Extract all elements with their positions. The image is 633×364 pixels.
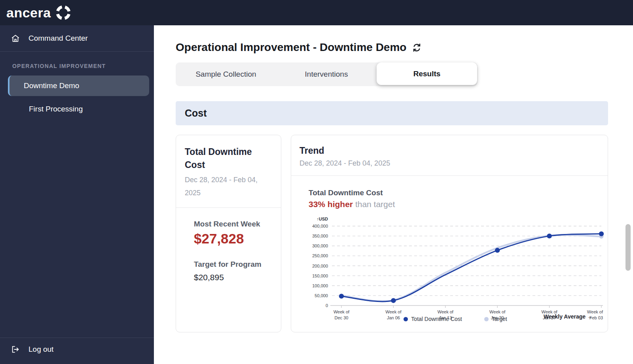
logout-button[interactable]: Log out	[0, 338, 154, 364]
svg-text:Week of: Week of	[385, 309, 402, 314]
app-window: ancera Command Center OPERATIONAL IMPROV…	[0, 0, 633, 364]
legend-item-target[interactable]: Target	[484, 316, 507, 322]
trend-card-header: Trend Dec 28, 2024 - Feb 04, 2025	[291, 135, 608, 175]
logout-icon	[11, 345, 20, 354]
main-content: Operational Improvement - Downtime Demo …	[154, 25, 633, 364]
sidebar-item-label: First Processing	[29, 105, 83, 113]
tab-sample-collection[interactable]: Sample Collection	[176, 62, 276, 86]
trend-chart-block: Total Downtime Cost 33% higher than targ…	[291, 176, 608, 324]
sidebar-section-label: OPERATIONAL IMPROVEMENT	[0, 52, 154, 74]
sidebar-item-command-center[interactable]: Command Center	[0, 25, 154, 51]
summary-card-title: Total Downtime Cost	[185, 145, 272, 172]
summary-card-header: Total Downtime Cost Dec 28, 2024 - Feb 0…	[176, 135, 281, 207]
legend-label: Target	[492, 316, 507, 322]
home-icon	[11, 34, 20, 43]
most-recent-week-value: $27,828	[194, 231, 274, 247]
sidebar-item-label: Command Center	[28, 34, 88, 43]
trend-line-chart[interactable]: 050,000100,000150,000200,000250,000300,0…	[309, 211, 603, 321]
sidebar-spacer	[0, 121, 154, 338]
chart-bottom-row: Total Downtime Cost Target Weekly Averag…	[309, 316, 602, 324]
legend-dot-actual	[404, 317, 408, 321]
tab-bar: Sample Collection Interventions Results	[176, 62, 478, 86]
sidebar-item-label: Downtime Demo	[24, 81, 79, 90]
svg-text:150,000: 150,000	[312, 273, 328, 278]
cost-section-header: Cost	[176, 101, 608, 125]
svg-text:250,000: 250,000	[312, 253, 328, 258]
top-bar: ancera	[0, 0, 633, 25]
sidebar: Command Center OPERATIONAL IMPROVEMENT D…	[0, 25, 154, 364]
page-title-row: Operational Improvement - Downtime Demo	[176, 41, 633, 54]
weekly-average-label: Weekly Average →	[544, 313, 593, 320]
svg-text:Week of: Week of	[438, 309, 454, 314]
svg-text:100,000: 100,000	[312, 283, 328, 288]
tab-interventions[interactable]: Interventions	[276, 62, 377, 86]
svg-text:50,000: 50,000	[315, 293, 328, 298]
cards-row: Total Downtime Cost Dec 28, 2024 - Feb 0…	[176, 135, 633, 332]
svg-text:0: 0	[326, 303, 328, 308]
refresh-icon[interactable]	[412, 43, 422, 53]
trend-card-title: Trend	[299, 145, 599, 156]
trend-card: Trend Dec 28, 2024 - Feb 04, 2025 Total …	[291, 135, 608, 332]
sidebar-item-downtime-demo[interactable]: Downtime Demo	[8, 75, 149, 96]
delta-highlight: 33% higher	[309, 200, 353, 209]
svg-text:Week of: Week of	[334, 309, 350, 314]
brand-logo: ancera	[6, 4, 72, 21]
cost-section-title: Cost	[185, 108, 207, 119]
tab-results[interactable]: Results	[377, 62, 477, 85]
svg-text:↑USD: ↑USD	[316, 217, 328, 221]
delta-rest: than target	[353, 200, 395, 209]
trend-card-date-range: Dec 28, 2024 - Feb 04, 2025	[299, 159, 599, 168]
svg-text:350,000: 350,000	[312, 234, 328, 238]
svg-text:Week of: Week of	[489, 309, 506, 314]
ancera-ring-icon	[55, 4, 72, 21]
logout-label: Log out	[28, 345, 53, 354]
vertical-scrollbar-thumb[interactable]	[625, 224, 631, 271]
svg-text:200,000: 200,000	[312, 264, 328, 268]
sidebar-item-first-processing[interactable]: First Processing	[8, 99, 149, 119]
svg-text:300,000: 300,000	[312, 243, 328, 248]
legend-dot-target	[484, 317, 489, 321]
total-downtime-cost-card: Total Downtime Cost Dec 28, 2024 - Feb 0…	[176, 135, 281, 332]
tab-label: Sample Collection	[195, 70, 256, 79]
most-recent-week-label: Most Recent Week	[194, 220, 274, 228]
tab-label: Results	[413, 70, 441, 78]
chart-delta-line: 33% higher than target	[309, 200, 602, 209]
legend-item-total-downtime-cost[interactable]: Total Downtime Cost	[404, 316, 462, 322]
svg-text:400,000: 400,000	[312, 224, 328, 228]
brand-name: ancera	[6, 5, 51, 21]
target-for-program-label: Target for Program	[194, 260, 274, 269]
legend-label: Total Downtime Cost	[411, 316, 462, 322]
chart-heading: Total Downtime Cost	[309, 189, 602, 197]
summary-metrics: Most Recent Week $27,828 Target for Prog…	[176, 208, 281, 282]
tab-label: Interventions	[305, 70, 348, 79]
summary-card-date-range: Dec 28, 2024 - Feb 04, 2025	[185, 174, 272, 200]
page-title: Operational Improvement - Downtime Demo	[176, 41, 406, 54]
target-for-program-value: $20,895	[194, 273, 274, 282]
